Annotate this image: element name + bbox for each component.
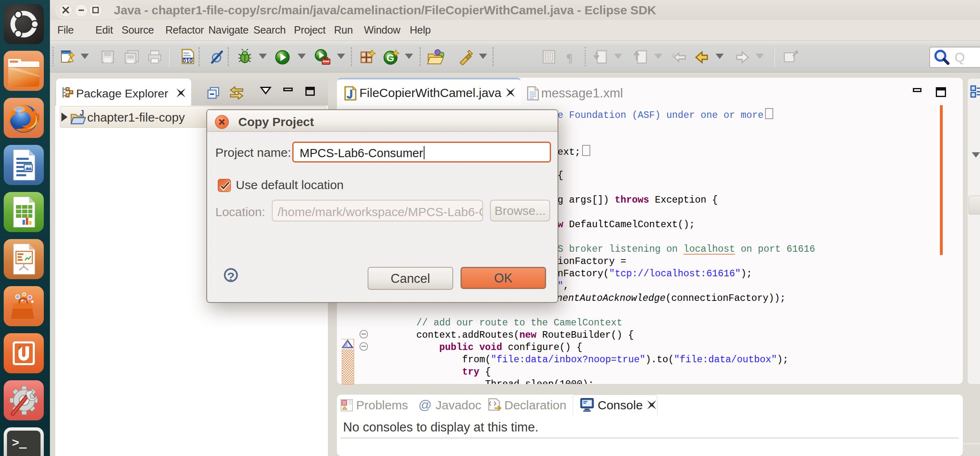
- svg-text:J: J: [80, 109, 84, 117]
- svg-text:G: G: [386, 52, 394, 63]
